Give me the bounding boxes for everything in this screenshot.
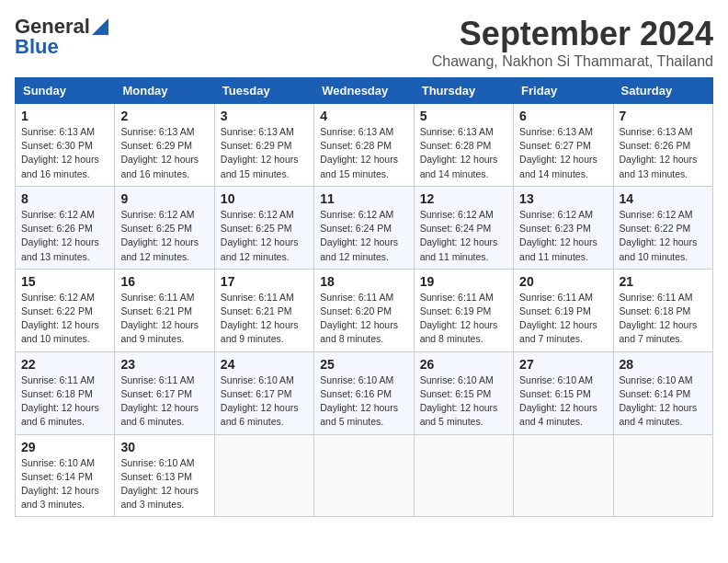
calendar-cell	[613, 434, 712, 517]
day-info: Sunrise: 6:12 AMSunset: 6:25 PMDaylight:…	[221, 208, 308, 264]
calendar-cell: 30Sunrise: 6:10 AMSunset: 6:13 PMDayligh…	[115, 434, 214, 517]
calendar-cell: 22Sunrise: 6:11 AMSunset: 6:18 PMDayligh…	[16, 351, 115, 434]
day-number: 20	[519, 274, 607, 289]
calendar-cell: 6Sunrise: 6:13 AMSunset: 6:27 PMDaylight…	[514, 104, 613, 187]
day-info: Sunrise: 6:11 AMSunset: 6:19 PMDaylight:…	[420, 291, 507, 347]
calendar-cell: 27Sunrise: 6:10 AMSunset: 6:15 PMDayligh…	[514, 351, 613, 434]
calendar-header-friday: Friday	[514, 78, 613, 104]
calendar-cell: 19Sunrise: 6:11 AMSunset: 6:19 PMDayligh…	[414, 269, 513, 351]
calendar-cell: 12Sunrise: 6:12 AMSunset: 6:24 PMDayligh…	[414, 186, 513, 269]
day-info: Sunrise: 6:11 AMSunset: 6:21 PMDaylight:…	[120, 291, 208, 347]
calendar-cell: 9Sunrise: 6:12 AMSunset: 6:25 PMDaylight…	[115, 186, 214, 269]
day-info: Sunrise: 6:10 AMSunset: 6:15 PMDaylight:…	[519, 373, 607, 430]
calendar-cell	[414, 434, 513, 517]
day-number: 1	[21, 109, 108, 123]
day-number: 13	[519, 191, 607, 206]
day-number: 29	[21, 440, 108, 454]
day-info: Sunrise: 6:10 AMSunset: 6:16 PMDaylight:…	[320, 373, 407, 430]
calendar-week-row: 29Sunrise: 6:10 AMSunset: 6:14 PMDayligh…	[16, 434, 713, 517]
calendar-cell: 29Sunrise: 6:10 AMSunset: 6:14 PMDayligh…	[16, 434, 115, 517]
calendar-header-monday: Monday	[115, 78, 214, 104]
day-info: Sunrise: 6:11 AMSunset: 6:20 PMDaylight:…	[320, 291, 407, 347]
day-info: Sunrise: 6:13 AMSunset: 6:29 PMDaylight:…	[221, 125, 308, 181]
day-info: Sunrise: 6:12 AMSunset: 6:23 PMDaylight:…	[519, 208, 607, 264]
day-number: 12	[420, 191, 507, 206]
calendar-cell: 13Sunrise: 6:12 AMSunset: 6:23 PMDayligh…	[514, 186, 613, 269]
main-title: September 2024	[432, 15, 713, 53]
day-info: Sunrise: 6:12 AMSunset: 6:24 PMDaylight:…	[320, 208, 407, 264]
calendar-header-row: SundayMondayTuesdayWednesdayThursdayFrid…	[16, 78, 713, 104]
day-number: 24	[221, 357, 308, 372]
day-info: Sunrise: 6:11 AMSunset: 6:21 PMDaylight:…	[221, 291, 308, 347]
day-number: 2	[120, 109, 208, 123]
calendar-cell	[314, 434, 414, 517]
logo: General Blue	[15, 15, 108, 59]
day-info: Sunrise: 6:12 AMSunset: 6:22 PMDaylight:…	[620, 208, 707, 264]
calendar-cell: 7Sunrise: 6:13 AMSunset: 6:26 PMDaylight…	[613, 104, 712, 187]
calendar-cell: 20Sunrise: 6:11 AMSunset: 6:19 PMDayligh…	[514, 269, 613, 351]
calendar-week-row: 8Sunrise: 6:12 AMSunset: 6:26 PMDaylight…	[16, 186, 713, 269]
day-info: Sunrise: 6:10 AMSunset: 6:14 PMDaylight:…	[21, 456, 108, 512]
calendar-cell: 11Sunrise: 6:12 AMSunset: 6:24 PMDayligh…	[314, 186, 414, 269]
calendar-cell: 5Sunrise: 6:13 AMSunset: 6:28 PMDaylight…	[414, 104, 513, 187]
day-info: Sunrise: 6:10 AMSunset: 6:17 PMDaylight:…	[221, 373, 308, 430]
logo-triangle-icon	[92, 18, 108, 35]
day-number: 14	[620, 191, 707, 206]
day-number: 23	[120, 357, 208, 372]
day-number: 17	[221, 274, 308, 289]
day-info: Sunrise: 6:11 AMSunset: 6:18 PMDaylight:…	[620, 291, 707, 347]
day-number: 25	[320, 357, 407, 372]
calendar-cell: 25Sunrise: 6:10 AMSunset: 6:16 PMDayligh…	[314, 351, 414, 434]
calendar-cell: 4Sunrise: 6:13 AMSunset: 6:28 PMDaylight…	[314, 104, 414, 187]
calendar-week-row: 15Sunrise: 6:12 AMSunset: 6:22 PMDayligh…	[16, 269, 713, 351]
day-number: 10	[221, 191, 308, 206]
calendar-cell: 3Sunrise: 6:13 AMSunset: 6:29 PMDaylight…	[214, 104, 313, 187]
day-number: 15	[21, 274, 108, 289]
day-info: Sunrise: 6:11 AMSunset: 6:18 PMDaylight:…	[21, 373, 108, 430]
calendar: SundayMondayTuesdayWednesdayThursdayFrid…	[15, 77, 713, 517]
day-number: 26	[420, 357, 507, 372]
calendar-cell: 26Sunrise: 6:10 AMSunset: 6:15 PMDayligh…	[414, 351, 513, 434]
calendar-cell: 8Sunrise: 6:12 AMSunset: 6:26 PMDaylight…	[16, 186, 115, 269]
day-info: Sunrise: 6:13 AMSunset: 6:26 PMDaylight:…	[620, 125, 707, 181]
day-number: 4	[320, 109, 407, 123]
day-number: 27	[519, 357, 607, 372]
day-number: 11	[320, 191, 407, 206]
day-number: 5	[420, 109, 507, 123]
sub-title: Chawang, Nakhon Si Thammarat, Thailand	[432, 53, 713, 70]
day-number: 18	[320, 274, 407, 289]
day-number: 3	[221, 109, 308, 123]
day-info: Sunrise: 6:12 AMSunset: 6:24 PMDaylight:…	[420, 208, 507, 264]
day-number: 30	[120, 440, 208, 454]
svg-marker-0	[92, 18, 108, 35]
logo-blue: Blue	[15, 35, 59, 59]
calendar-cell: 10Sunrise: 6:12 AMSunset: 6:25 PMDayligh…	[214, 186, 313, 269]
day-number: 7	[620, 109, 707, 123]
calendar-cell: 24Sunrise: 6:10 AMSunset: 6:17 PMDayligh…	[214, 351, 313, 434]
calendar-cell: 14Sunrise: 6:12 AMSunset: 6:22 PMDayligh…	[613, 186, 712, 269]
day-number: 8	[21, 191, 108, 206]
day-info: Sunrise: 6:13 AMSunset: 6:27 PMDaylight:…	[519, 125, 607, 181]
title-area: September 2024 Chawang, Nakhon Si Thamma…	[432, 15, 713, 70]
day-number: 19	[420, 274, 507, 289]
calendar-cell	[514, 434, 613, 517]
day-info: Sunrise: 6:11 AMSunset: 6:17 PMDaylight:…	[120, 373, 208, 430]
day-info: Sunrise: 6:10 AMSunset: 6:13 PMDaylight:…	[120, 456, 208, 512]
day-number: 16	[120, 274, 208, 289]
calendar-week-row: 1Sunrise: 6:13 AMSunset: 6:30 PMDaylight…	[16, 104, 713, 187]
day-info: Sunrise: 6:13 AMSunset: 6:29 PMDaylight:…	[120, 125, 208, 181]
day-info: Sunrise: 6:13 AMSunset: 6:30 PMDaylight:…	[21, 125, 108, 181]
calendar-cell: 17Sunrise: 6:11 AMSunset: 6:21 PMDayligh…	[214, 269, 313, 351]
day-info: Sunrise: 6:12 AMSunset: 6:25 PMDaylight:…	[120, 208, 208, 264]
calendar-header-sunday: Sunday	[16, 78, 115, 104]
calendar-header-wednesday: Wednesday	[314, 78, 414, 104]
header: General Blue September 2024 Chawang, Nak…	[15, 15, 713, 70]
calendar-header-saturday: Saturday	[613, 78, 712, 104]
day-number: 22	[21, 357, 108, 372]
day-info: Sunrise: 6:10 AMSunset: 6:15 PMDaylight:…	[420, 373, 507, 430]
calendar-cell: 2Sunrise: 6:13 AMSunset: 6:29 PMDaylight…	[115, 104, 214, 187]
day-number: 6	[519, 109, 607, 123]
day-info: Sunrise: 6:13 AMSunset: 6:28 PMDaylight:…	[420, 125, 507, 181]
day-info: Sunrise: 6:10 AMSunset: 6:14 PMDaylight:…	[620, 373, 707, 430]
calendar-cell	[214, 434, 313, 517]
